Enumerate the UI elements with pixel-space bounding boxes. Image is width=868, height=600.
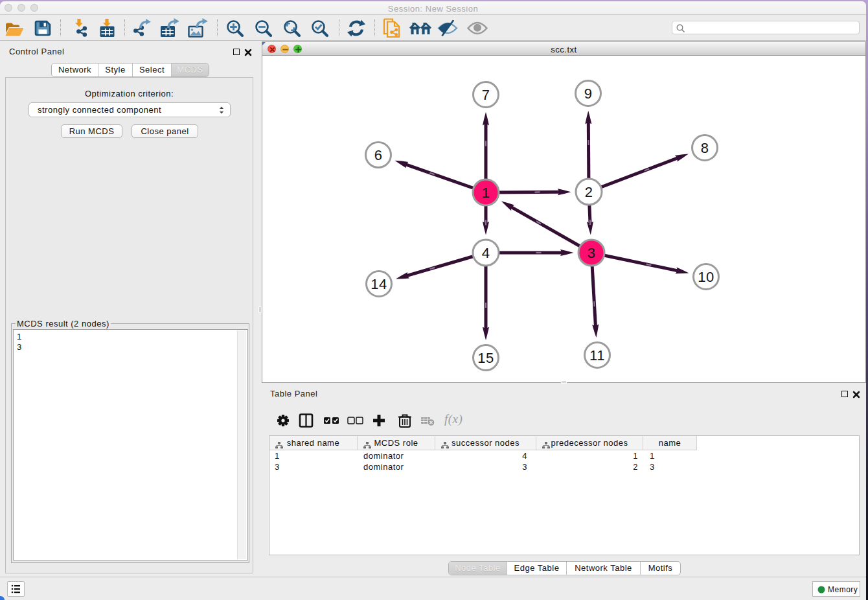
svg-text:8: 8 — [701, 140, 709, 156]
svg-text:2: 2 — [585, 184, 593, 200]
svg-text:10: 10 — [698, 269, 714, 285]
svg-text:9: 9 — [584, 86, 593, 102]
svg-text:4: 4 — [482, 245, 490, 261]
svg-text:15: 15 — [477, 350, 494, 366]
svg-text:14: 14 — [371, 276, 387, 292]
svg-text:11: 11 — [589, 347, 605, 363]
svg-text:6: 6 — [374, 147, 383, 163]
svg-text:3: 3 — [588, 245, 596, 261]
svg-text:1: 1 — [482, 185, 490, 201]
svg-text:7: 7 — [482, 87, 490, 103]
